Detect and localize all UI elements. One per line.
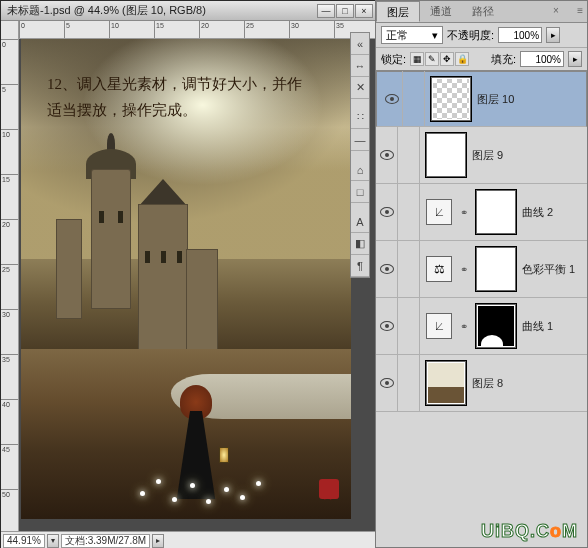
- eye-icon: [380, 150, 394, 160]
- visibility-toggle[interactable]: [376, 184, 398, 240]
- layers-panel: 图层 通道 路径 × ≡ 正常 ▾ 不透明度: ▸ 锁定: ▦ ✎ ✥ 🔒 填充…: [375, 0, 588, 548]
- artist-seal: [319, 479, 339, 499]
- layer-row[interactable]: ⚖ ⚭ 色彩平衡 1: [376, 241, 587, 298]
- lock-fill-row: 锁定: ▦ ✎ ✥ 🔒 填充: ▸: [376, 48, 587, 71]
- link-col[interactable]: [398, 355, 420, 411]
- tool-btn-4[interactable]: —: [351, 129, 369, 151]
- tool-btn-1[interactable]: ↔: [351, 55, 369, 77]
- document-titlebar[interactable]: 未标题-1.psd @ 44.9% (图层 10, RGB/8) — □ ×: [1, 1, 379, 21]
- panel-tab-close-icon[interactable]: ×: [553, 5, 563, 16]
- adjustment-icon[interactable]: ⟀: [426, 199, 452, 225]
- tool-btn-9[interactable]: ¶: [351, 255, 369, 277]
- lock-icons: ▦ ✎ ✥ 🔒: [410, 52, 469, 66]
- layer-name[interactable]: 曲线 1: [522, 319, 581, 334]
- eye-icon: [385, 94, 399, 104]
- window-maximize-button[interactable]: □: [336, 4, 354, 18]
- document-window: 未标题-1.psd @ 44.9% (图层 10, RGB/8) — □ × 0…: [0, 0, 380, 548]
- lock-position-icon[interactable]: ✥: [440, 52, 454, 66]
- layer-name[interactable]: 图层 10: [477, 92, 576, 107]
- eye-icon: [380, 207, 394, 217]
- fill-flyout[interactable]: ▸: [568, 51, 582, 67]
- dropdown-icon: ▾: [432, 29, 438, 42]
- layer-name[interactable]: 色彩平衡 1: [522, 262, 581, 277]
- lock-transparent-icon[interactable]: ▦: [410, 52, 424, 66]
- sparkles: [136, 469, 276, 509]
- status-bar: 44.91% ▾ 文档:3.39M/27.8M ▸: [1, 531, 379, 548]
- vertical-ruler[interactable]: 0 5 10 15 20 25 30 35 40 45 50: [1, 21, 19, 531]
- blend-opacity-row: 正常 ▾ 不透明度: ▸: [376, 23, 587, 48]
- tool-btn-8[interactable]: ◧: [351, 233, 369, 255]
- visibility-toggle[interactable]: [376, 355, 398, 411]
- layer-thumbnail[interactable]: [431, 77, 471, 121]
- document-title: 未标题-1.psd @ 44.9% (图层 10, RGB/8): [7, 3, 317, 18]
- layer-thumbnail[interactable]: [426, 361, 466, 405]
- doc-info[interactable]: 文档:3.39M/27.8M: [61, 534, 150, 548]
- blend-mode-select[interactable]: 正常 ▾: [381, 26, 443, 44]
- mask-thumbnail[interactable]: [476, 247, 516, 291]
- opacity-field[interactable]: [498, 27, 542, 43]
- layer-name[interactable]: 图层 8: [472, 376, 581, 391]
- layer-row[interactable]: ⟀ ⚭ 曲线 1: [376, 298, 587, 355]
- window-close-button[interactable]: ×: [355, 4, 373, 18]
- tab-channels[interactable]: 通道: [420, 1, 462, 22]
- layer-name[interactable]: 图层 9: [472, 148, 581, 163]
- adjustment-icon[interactable]: ⟀: [426, 313, 452, 339]
- layers-list[interactable]: 图层 10 图层 9 ⟀ ⚭ 曲线 2 ⚖: [376, 71, 587, 547]
- opacity-label: 不透明度:: [447, 28, 494, 43]
- layer-row[interactable]: ⟀ ⚭ 曲线 2: [376, 184, 587, 241]
- tool-btn-3[interactable]: ∷: [351, 107, 369, 129]
- panel-tabs: 图层 通道 路径 × ≡: [376, 1, 587, 23]
- opacity-flyout[interactable]: ▸: [546, 27, 560, 43]
- eye-icon: [380, 321, 394, 331]
- link-icon[interactable]: ⚭: [458, 321, 470, 332]
- window-minimize-button[interactable]: —: [317, 4, 335, 18]
- panel-menu-icon[interactable]: ≡: [577, 5, 583, 16]
- eye-icon: [380, 264, 394, 274]
- zoom-level[interactable]: 44.91%: [3, 534, 45, 548]
- link-icon[interactable]: ⚭: [458, 264, 470, 275]
- tab-paths[interactable]: 路径: [462, 1, 504, 22]
- zoom-dropdown[interactable]: ▾: [47, 534, 59, 548]
- link-col[interactable]: [398, 298, 420, 354]
- visibility-toggle[interactable]: [376, 241, 398, 297]
- visibility-toggle[interactable]: [376, 298, 398, 354]
- link-col[interactable]: [403, 71, 425, 127]
- layer-name[interactable]: 曲线 2: [522, 205, 581, 220]
- horizontal-ruler[interactable]: 0 5 10 15 20 25 30 35: [19, 21, 379, 39]
- link-col[interactable]: [398, 184, 420, 240]
- tool-btn-6[interactable]: □: [351, 181, 369, 203]
- link-col[interactable]: [398, 241, 420, 297]
- tab-layers[interactable]: 图层: [376, 1, 420, 22]
- layer-row[interactable]: 图层 9: [376, 127, 587, 184]
- adjustment-icon[interactable]: ⚖: [426, 256, 452, 282]
- document-canvas[interactable]: 落霞印象 12、调入星光素材，调节好大小，并作适当摆放，操作完成。: [19, 39, 379, 531]
- link-icon[interactable]: ⚭: [458, 207, 470, 218]
- layer-thumbnail[interactable]: [426, 133, 466, 177]
- fill-field[interactable]: [520, 51, 564, 67]
- eye-icon: [380, 378, 394, 388]
- collapsed-toolstrip: « ↔ ✕ ∷ — ⌂ □ A ◧ ¶: [350, 32, 370, 278]
- toolstrip-expand[interactable]: «: [351, 33, 369, 55]
- tutorial-caption: 12、调入星光素材，调节好大小，并作适当摆放，操作完成。: [47, 71, 311, 123]
- watermark: UiBQ.CoM: [481, 521, 578, 542]
- mask-thumbnail[interactable]: [476, 304, 516, 348]
- lock-label: 锁定:: [381, 52, 406, 67]
- visibility-toggle[interactable]: [376, 127, 398, 183]
- mask-thumbnail[interactable]: [476, 190, 516, 234]
- docinfo-menu[interactable]: ▸: [152, 534, 164, 548]
- artwork-image: 落霞印象 12、调入星光素材，调节好大小，并作适当摆放，操作完成。: [21, 39, 351, 519]
- tool-btn-2[interactable]: ✕: [351, 77, 369, 99]
- lock-all-icon[interactable]: 🔒: [455, 52, 469, 66]
- lock-pixels-icon[interactable]: ✎: [425, 52, 439, 66]
- fill-label: 填充:: [491, 52, 516, 67]
- visibility-toggle[interactable]: [381, 71, 403, 127]
- tool-btn-7[interactable]: A: [351, 211, 369, 233]
- link-col[interactable]: [398, 127, 420, 183]
- artist-signature: 落霞印象: [320, 466, 341, 474]
- tool-btn-5[interactable]: ⌂: [351, 159, 369, 181]
- layer-row[interactable]: 图层 8: [376, 355, 587, 412]
- blend-mode-label: 正常: [386, 28, 408, 43]
- layer-row[interactable]: 图层 10: [376, 71, 587, 127]
